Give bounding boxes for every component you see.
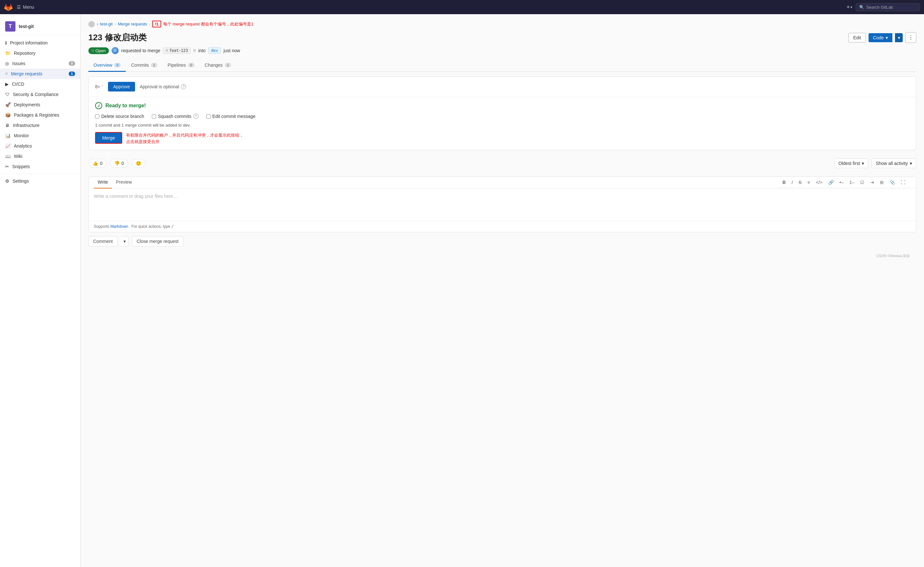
emoji-button[interactable]: 🙂 (131, 159, 145, 168)
edit-commit-input[interactable] (206, 114, 211, 118)
into-text: into (198, 48, 206, 53)
merge-requests-badge: 1 (69, 72, 75, 76)
merge-options: Delete source branch Squash commits ? Ed… (95, 114, 909, 119)
tab-overview[interactable]: Overview 0 (88, 59, 126, 72)
merge-button[interactable]: Merge (95, 132, 122, 144)
link-button[interactable]: 🔗 (827, 179, 835, 186)
sidebar-item-project-information[interactable]: ℹ Project information (0, 38, 80, 48)
sidebar-item-label: CI/CD (12, 81, 24, 87)
delete-branch-input[interactable] (95, 114, 99, 118)
check-circle-icon: ✓ (95, 102, 102, 109)
sidebar-item-infrastructure[interactable]: 🖥 Infrastructure (0, 120, 80, 130)
search-placeholder: Search GitLab (866, 5, 893, 10)
breadcrumb-sep2: › (114, 22, 116, 26)
page-title-row: 123 修改启动类 Edit Code ▾ ▾ ⋮ (88, 32, 916, 43)
status-row: ⑂ Open 深 requested to merge ⑂ feat-123 ⎘… (88, 47, 916, 54)
emoji-icon: 🙂 (136, 161, 141, 166)
breadcrumb-sep: › (97, 22, 98, 26)
gear-icon: ⚙ (5, 178, 9, 184)
sidebar-item-issues[interactable]: ◎ Issues 0 (0, 58, 80, 69)
hamburger-menu[interactable]: ☰ Menu (17, 4, 34, 10)
thumbs-up-button[interactable]: 👍 0 (88, 159, 107, 168)
sidebar-item-label: Packages & Registries (14, 112, 59, 118)
squash-commits-input[interactable] (152, 114, 156, 118)
sidebar-item-wiki[interactable]: 📖 Wiki (0, 151, 80, 161)
slash-hint: / (171, 224, 173, 229)
edit-commit-checkbox[interactable]: Edit commit message (206, 114, 256, 119)
show-all-chevron-icon: ▾ (910, 161, 912, 166)
italic-button[interactable]: I (790, 179, 795, 186)
thumbs-down-icon: 👎 (114, 161, 120, 166)
task-list-button[interactable]: ☑ (859, 179, 866, 186)
approval-help-icon[interactable]: ? (181, 84, 186, 89)
numbered-list-button[interactable]: 1– (847, 179, 856, 186)
squash-help-icon[interactable]: ? (193, 114, 199, 119)
tab-changes[interactable]: Changes 1 (200, 59, 236, 72)
comment-button[interactable]: Comment (88, 236, 118, 246)
ready-header: ✓ Ready to merge! (95, 102, 909, 109)
tab-pipelines[interactable]: Pipelines 0 (163, 59, 200, 72)
sidebar-item-deployments[interactable]: 🚀 Deployments (0, 99, 80, 110)
list-button[interactable]: ≡ (806, 179, 811, 186)
preview-tab[interactable]: Preview (112, 177, 136, 189)
sidebar-project[interactable]: T test-git (0, 18, 80, 35)
delete-branch-checkbox[interactable]: Delete source branch (95, 114, 144, 119)
book-icon: 📁 (5, 51, 11, 56)
sidebar-item-label: Snippets (12, 164, 30, 169)
code-chevron-icon: ▾ (886, 35, 888, 40)
oldest-first-dropdown[interactable]: Oldest first ▾ (834, 159, 868, 168)
sidebar-item-analytics[interactable]: 📈 Analytics (0, 141, 80, 151)
sidebar-item-merge-requests[interactable]: ⑂ Merge requests 1 (0, 69, 80, 79)
sidebar-item-monitor[interactable]: 📊 Monitor (0, 130, 80, 141)
squash-commits-checkbox[interactable]: Squash commits ? (152, 114, 198, 119)
sidebar-item-snippets[interactable]: ✂ Snippets (0, 161, 80, 172)
merge-icon: ⑂ (5, 71, 8, 76)
show-all-activity-dropdown[interactable]: Show all activity ▾ (871, 159, 916, 168)
sidebar-item-settings[interactable]: ⚙ Settings (0, 176, 80, 186)
breadcrumb-section-link[interactable]: Merge requests (118, 22, 147, 26)
sidebar-item-security-compliance[interactable]: 🛡 Security & Compliance (0, 89, 80, 99)
comment-body[interactable]: Write a comment or drag your files here… (89, 189, 916, 220)
sidebar-item-repository[interactable]: 📁 Repository (0, 48, 80, 58)
sidebar-item-label: Monitor (14, 133, 29, 138)
global-search[interactable]: 🔍 Search GitLab (856, 3, 920, 11)
thumbs-up-count: 0 (100, 161, 102, 166)
attach-button[interactable]: 📎 (888, 179, 897, 186)
bullet-list-button[interactable]: •– (838, 179, 845, 186)
write-tab[interactable]: Write (94, 177, 112, 189)
strikethrough-button[interactable]: S (797, 179, 803, 186)
tab-commits[interactable]: Commits 1 (126, 59, 162, 72)
breadcrumb-mr-id: !1 (152, 21, 161, 27)
bold-button[interactable]: B (781, 179, 787, 186)
code-button[interactable]: Code ▾ (868, 33, 892, 42)
mr-tabs: Overview 0 Commits 1 Pipelines 0 Changes… (88, 59, 916, 72)
gitlab-logo (4, 3, 13, 12)
new-item-button[interactable]: + ▾ (846, 4, 852, 10)
user-avatar: 深 (111, 47, 119, 54)
breadcrumb-annotation: 每个 merge request 都会有个编号，此处编号是1 (163, 21, 253, 27)
close-merge-request-button[interactable]: Close merge request (132, 236, 184, 246)
fullscreen-button[interactable]: ⛶ (899, 179, 907, 186)
sidebar-item-label: Deployments (14, 102, 40, 107)
thumbs-down-button[interactable]: 👎 0 (110, 159, 128, 168)
indent-button[interactable]: ⇥ (868, 179, 876, 186)
approve-button[interactable]: Approve (108, 82, 135, 92)
comment-dropdown-button[interactable]: ▾ (121, 236, 129, 246)
sidebar-item-label: Infrastructure (13, 123, 39, 128)
deploy-icon: 🚀 (5, 102, 11, 107)
sidebar-item-cicd[interactable]: ▶ CI/CD (0, 79, 80, 89)
top-navigation: ☰ Menu + ▾ 🔍 Search GitLab (0, 0, 924, 14)
markdown-link[interactable]: Markdown (110, 224, 128, 229)
code-dropdown-button[interactable]: ▾ (895, 33, 903, 42)
copy-branch-icon[interactable]: ⎘ (193, 48, 196, 53)
edit-button[interactable]: Edit (848, 33, 866, 42)
thumbs-down-count: 0 (122, 161, 124, 166)
code-inline-button[interactable]: </> (814, 179, 824, 186)
table-button[interactable]: ⊞ (878, 179, 885, 186)
sidebar-item-label: Issues (12, 61, 25, 66)
merge-card: 8+ ˅ Approve Approval is optional ? ✓ Re… (88, 76, 916, 150)
sidebar-item-packages-registries[interactable]: 📦 Packages & Registries (0, 110, 80, 120)
more-actions-button[interactable]: ⋮ (905, 32, 916, 43)
breadcrumb-project-link[interactable]: test-git (100, 22, 113, 26)
comment-tabs: Write Preview B I S ≡ </> 🔗 •– 1– ☑ ⇥ ⊞ … (89, 177, 916, 189)
